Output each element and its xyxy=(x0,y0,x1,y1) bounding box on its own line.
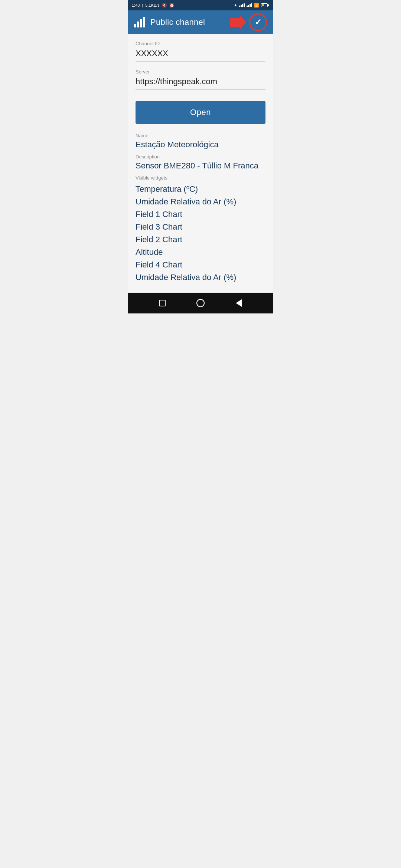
app-bar-left: Public channel xyxy=(134,17,205,27)
channel-id-group: Channel ID XXXXXX xyxy=(136,41,265,62)
widget-item: Field 4 Chart xyxy=(136,259,265,271)
time: 1:48 xyxy=(132,3,140,7)
back-button[interactable] xyxy=(234,298,244,308)
description-label: Description xyxy=(136,154,265,160)
channel-id-value[interactable]: XXXXXX xyxy=(136,49,265,62)
status-right: ✦ 📶 xyxy=(234,3,269,8)
widgets-label: Visible widgets xyxy=(136,175,265,181)
alarm-icon: ⏰ xyxy=(169,3,175,8)
widget-item: Field 3 Chart xyxy=(136,221,265,233)
confirm-button-area: ✓ xyxy=(249,13,267,31)
bottom-nav xyxy=(128,293,273,313)
widgets-section: Visible widgets Temperatura (ºC)Umidade … xyxy=(136,175,265,284)
chart-icon xyxy=(134,17,145,27)
server-value[interactable]: https://thingspeak.com xyxy=(136,77,265,90)
name-section: Name Estação Meteorológica xyxy=(136,133,265,149)
open-button[interactable]: Open xyxy=(136,101,265,124)
content-area: Channel ID XXXXXX Server https://thingsp… xyxy=(128,34,273,293)
status-bar: 1:48 | 5,1KB/s 🔇 ⏰ ✦ 📶 xyxy=(128,0,273,10)
description-value: Sensor BME280 - Túllio M Franca xyxy=(136,161,265,171)
app-bar: Public channel ✓ xyxy=(128,10,273,34)
home-button[interactable] xyxy=(195,298,206,308)
widget-item: Umidade Relativa do Ar (%) xyxy=(136,195,265,208)
status-left: 1:48 | 5,1KB/s 🔇 ⏰ xyxy=(132,3,175,8)
data-speed: | xyxy=(142,3,143,7)
widget-item: Umidade Relativa do Ar (%) xyxy=(136,271,265,284)
wifi-icon: 📶 xyxy=(254,3,259,8)
widget-item: Field 2 Chart xyxy=(136,233,265,246)
name-value: Estação Meteorológica xyxy=(136,140,265,149)
recent-apps-button[interactable] xyxy=(157,298,167,308)
red-arrow-icon xyxy=(230,16,246,29)
data-speed-value: 5,1KB/s xyxy=(145,3,160,7)
signal-bars-2 xyxy=(247,3,252,7)
square-icon xyxy=(159,300,166,306)
widget-item: Altitude xyxy=(136,246,265,259)
battery xyxy=(261,3,269,7)
description-section: Description Sensor BME280 - Túllio M Fra… xyxy=(136,154,265,171)
bluetooth-icon: ✦ xyxy=(234,3,237,8)
widgets-list: Temperatura (ºC)Umidade Relativa do Ar (… xyxy=(136,183,265,284)
silent-icon: 🔇 xyxy=(162,3,167,8)
server-group: Server https://thingspeak.com xyxy=(136,69,265,90)
server-label: Server xyxy=(136,69,265,75)
signal-bars-1 xyxy=(239,3,245,7)
confirm-button[interactable]: ✓ xyxy=(249,13,267,31)
widget-item: Field 1 Chart xyxy=(136,208,265,221)
page-title: Public channel xyxy=(150,17,205,27)
name-label: Name xyxy=(136,133,265,138)
circle-icon xyxy=(196,299,205,307)
channel-id-label: Channel ID xyxy=(136,41,265,46)
check-icon: ✓ xyxy=(255,17,261,27)
widget-item: Temperatura (ºC) xyxy=(136,183,265,195)
svg-marker-0 xyxy=(230,16,246,29)
back-icon xyxy=(236,299,242,307)
